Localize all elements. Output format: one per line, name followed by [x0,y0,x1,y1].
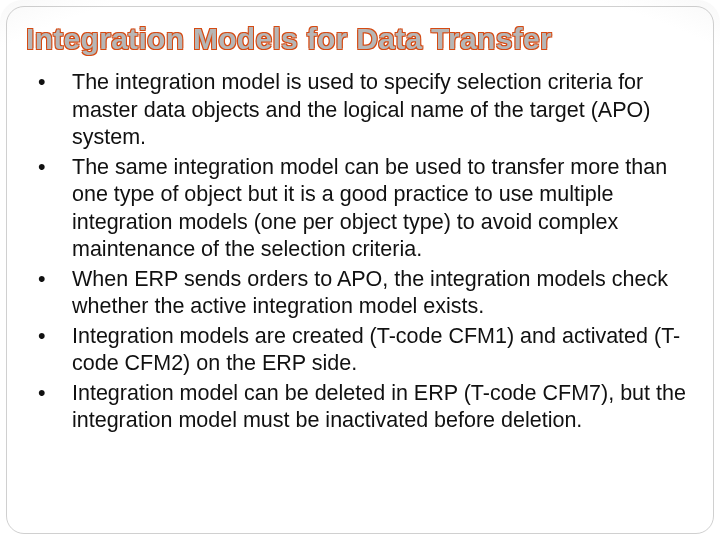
bullet-dot-icon: • [32,154,72,182]
bullet-list: • The integration model is used to speci… [32,69,690,435]
list-item: • Integration model can be deleted in ER… [32,380,690,435]
bullet-text: Integration models are created (T-code C… [72,323,690,378]
bullet-dot-icon: • [32,266,72,294]
list-item: • The same integration model can be used… [32,154,690,264]
bullet-dot-icon: • [32,380,72,408]
list-item: • Integration models are created (T-code… [32,323,690,378]
bullet-text: The integration model is used to specify… [72,69,690,152]
list-item: • When ERP sends orders to APO, the inte… [32,266,690,321]
bullet-text: The same integration model can be used t… [72,154,690,264]
bullet-text: Integration model can be deleted in ERP … [72,380,690,435]
slide: Integration Models for Data Transfer • T… [0,0,720,540]
slide-title: Integration Models for Data Transfer [26,22,698,55]
bullet-text: When ERP sends orders to APO, the integr… [72,266,690,321]
bullet-dot-icon: • [32,323,72,351]
bullet-dot-icon: • [32,69,72,97]
list-item: • The integration model is used to speci… [32,69,690,152]
